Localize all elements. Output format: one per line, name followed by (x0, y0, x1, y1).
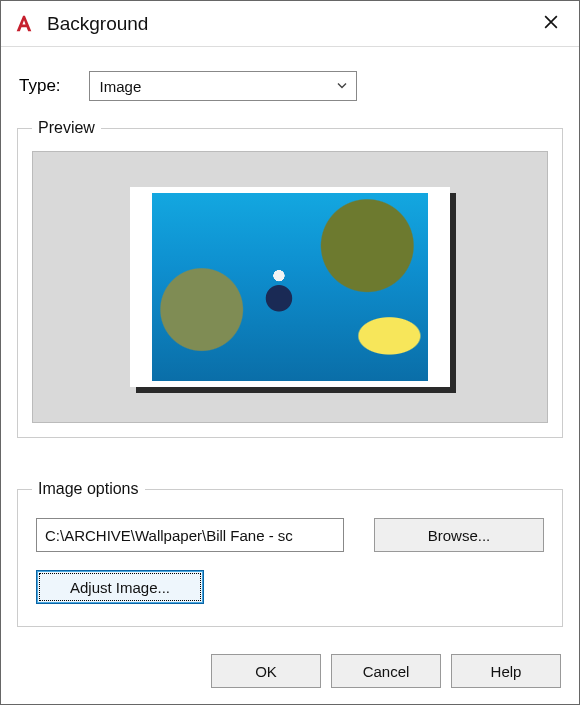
window-title: Background (47, 13, 529, 35)
dialog-content: Type: Image Preview Image options (1, 47, 579, 704)
browse-button-label: Browse... (428, 527, 491, 544)
type-row: Type: Image (19, 71, 563, 101)
preview-group: Preview (17, 119, 563, 438)
help-button[interactable]: Help (451, 654, 561, 688)
image-path-row: Browse... (36, 518, 544, 552)
adjust-image-button[interactable]: Adjust Image... (36, 570, 204, 604)
browse-button[interactable]: Browse... (374, 518, 544, 552)
type-select-value: Image (100, 78, 142, 95)
autocad-a-icon (13, 13, 35, 35)
image-options-legend: Image options (32, 480, 145, 498)
titlebar: Background (1, 1, 579, 47)
close-button[interactable] (529, 2, 573, 46)
chevron-down-icon (336, 78, 348, 95)
preview-frame (130, 187, 450, 387)
preview-image (152, 193, 428, 381)
cancel-button[interactable]: Cancel (331, 654, 441, 688)
type-label: Type: (19, 76, 61, 96)
preview-legend: Preview (32, 119, 101, 137)
dialog-footer: OK Cancel Help (17, 650, 563, 690)
close-icon (544, 13, 558, 34)
ok-button[interactable]: OK (211, 654, 321, 688)
ok-button-label: OK (255, 663, 277, 680)
type-select[interactable]: Image (89, 71, 357, 101)
adjust-image-label: Adjust Image... (70, 579, 170, 596)
preview-area (32, 151, 548, 423)
help-button-label: Help (491, 663, 522, 680)
image-options-group: Image options Browse... Adjust Image... (17, 480, 563, 627)
cancel-button-label: Cancel (363, 663, 410, 680)
background-dialog: Background Type: Image Preview (0, 0, 580, 705)
image-path-input[interactable] (36, 518, 344, 552)
